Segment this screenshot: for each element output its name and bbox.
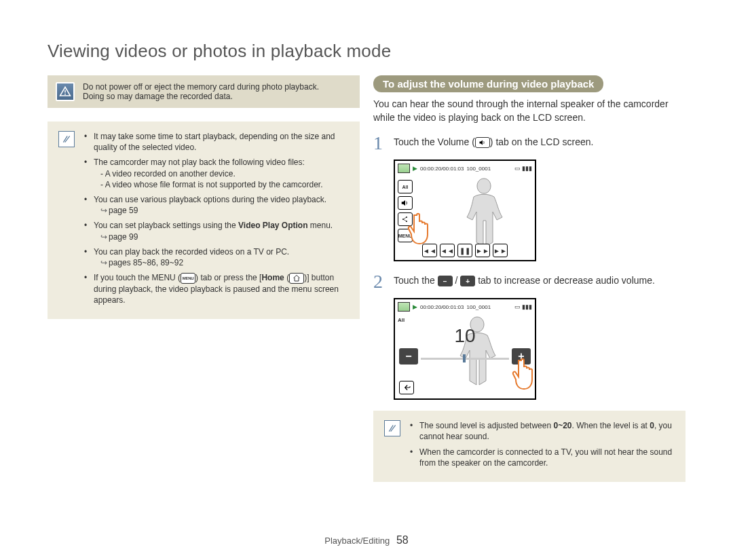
note-bold: Home (261, 273, 284, 282)
volume-value: 10 (395, 325, 535, 347)
note-text: You can use various playback options dur… (94, 195, 326, 204)
note-item: If you touch the MENU (MENU) tab or pres… (84, 272, 349, 305)
section-intro: You can hear the sound through the inter… (373, 98, 685, 124)
step-body: Touch the Volume () tab on the LCD scree… (394, 134, 593, 153)
clip-id: 100_0001 (467, 304, 491, 310)
section-heading: To adjust the volume during video playba… (373, 75, 603, 92)
svg-point-3 (402, 219, 404, 220)
content-columns: Do not power off or eject the memory car… (48, 75, 685, 482)
clip-id: 100_0001 (467, 166, 491, 172)
play-indicator-icon: ▶ (413, 165, 417, 172)
note-text: If you touch the MENU ( (94, 273, 181, 282)
clip-thumbnail-icon (398, 302, 410, 312)
warning-icon (56, 82, 75, 101)
note-list-left: It may take some time to start playback,… (84, 131, 349, 310)
note-icon (58, 131, 75, 147)
menu-icon: MENU (181, 273, 195, 284)
card-icon: ▭ (514, 165, 521, 172)
note-item: The sound level is adjusted between 0~20… (410, 420, 675, 442)
note-item: You can set playback settings using the … (84, 220, 349, 242)
back-button[interactable] (399, 381, 414, 394)
note-text: You can set playback settings using the (94, 221, 238, 230)
pause-button[interactable]: ❚❚ (457, 244, 472, 257)
note-box-left: It may take some time to start playback,… (48, 122, 360, 319)
note-sub: - A video whose file format is not suppo… (94, 179, 349, 190)
step-text: Touch the (394, 275, 438, 286)
note-bold: 0~20 (553, 421, 571, 430)
note-text: menu. (308, 221, 333, 230)
step-text: / (453, 275, 461, 286)
note-item: You can use various playback options dur… (84, 194, 349, 216)
note-text: The sound level is adjusted between (419, 421, 553, 430)
note-box-right: The sound level is adjusted between 0~20… (373, 411, 685, 482)
warning-box: Do not power off or eject the memory car… (48, 75, 360, 108)
note-text: ) tab or press the [ (195, 273, 261, 282)
volume-slider[interactable] (421, 352, 509, 365)
lcd-screen-2: ▶ 00:00:20/00:01:03 100_0001 ▭▮▮▮ All 10… (394, 298, 536, 400)
status-icons: ▭▮▮▮ (514, 303, 532, 310)
warning-line-2: Doing so may damage the recorded data. (83, 92, 319, 101)
note-icon (384, 420, 400, 436)
step-text: tab to increase or decrease audio volume… (475, 275, 655, 286)
step-2: 2 Touch the − / + tab to increase or dec… (373, 272, 685, 291)
minus-icon: − (438, 276, 453, 286)
note-item: When the camcorder is connected to a TV,… (410, 447, 675, 468)
warning-text: Do not power off or eject the memory car… (83, 82, 319, 101)
step-number: 1 (373, 134, 394, 153)
plus-icon: + (460, 276, 475, 286)
touch-hand-icon (405, 210, 438, 247)
page-title: Viewing videos or photos in playback mod… (48, 41, 685, 62)
volume-down-button[interactable]: − (399, 348, 418, 365)
step-1: 1 Touch the Volume () tab on the LCD scr… (373, 134, 685, 153)
status-icons: ▭▮▮▮ (514, 165, 532, 172)
note-text: . When the level is at (572, 421, 650, 430)
svg-point-2 (64, 94, 66, 95)
page-footer: Playback/Editing 58 (0, 534, 733, 546)
timecode: 00:00:20/00:01:03 (420, 304, 464, 310)
battery-icon: ▮▮▮ (522, 165, 532, 172)
card-icon: ▭ (514, 303, 521, 310)
rewind-button[interactable]: ◄◄ (440, 244, 455, 257)
note-item: The camcorder may not play back the foll… (84, 157, 349, 190)
page-number: 58 (396, 534, 409, 546)
page-ref: page 99 (94, 231, 349, 242)
note-item: You can play back the recorded videos on… (84, 246, 349, 268)
note-sub: - A video recorded on another device. (94, 168, 349, 179)
step-body: Touch the − / + tab to increase or decre… (394, 272, 655, 291)
next-button[interactable]: ►► (493, 244, 508, 257)
step-text: Touch the Volume ( (394, 136, 475, 147)
person-silhouette-icon (447, 312, 508, 386)
note-list-right: The sound level is adjusted between 0~20… (410, 420, 675, 472)
page-ref: pages 85~86, 89~92 (94, 257, 349, 268)
forward-button[interactable]: ►► (475, 244, 490, 257)
step-text: ) tab on the LCD screen. (490, 136, 594, 147)
volume-tab[interactable] (398, 196, 413, 210)
all-tab[interactable]: All (398, 180, 413, 193)
note-text: You can play back the recorded videos on… (94, 247, 289, 257)
note-text: The camcorder may not play back the foll… (94, 157, 305, 167)
timecode: 00:00:20/00:01:03 (420, 166, 464, 172)
step-number: 2 (373, 272, 394, 291)
note-bold: 0 (650, 421, 654, 430)
clip-thumbnail-icon (398, 164, 410, 173)
lcd-screen-1: ▶ 00:00:20/00:01:03 100_0001 ▭▮▮▮ All ME… (394, 160, 536, 261)
note-item: It may take some time to start playback,… (84, 131, 349, 153)
note-bold: Video Play Option (238, 221, 307, 230)
footer-section: Playback/Editing (324, 536, 390, 546)
all-label: All (398, 317, 405, 323)
warning-line-1: Do not power off or eject the memory car… (83, 82, 319, 92)
left-column: Do not power off or eject the memory car… (48, 75, 360, 482)
note-text: ( (284, 273, 289, 282)
home-icon (289, 273, 304, 284)
play-indicator-icon: ▶ (413, 303, 417, 310)
touch-hand-icon (509, 355, 536, 392)
person-silhouette-icon (453, 173, 514, 248)
battery-icon: ▮▮▮ (522, 303, 532, 310)
right-column: To adjust the volume during video playba… (373, 75, 685, 482)
volume-icon (475, 137, 490, 148)
page-ref: page 59 (94, 205, 349, 216)
